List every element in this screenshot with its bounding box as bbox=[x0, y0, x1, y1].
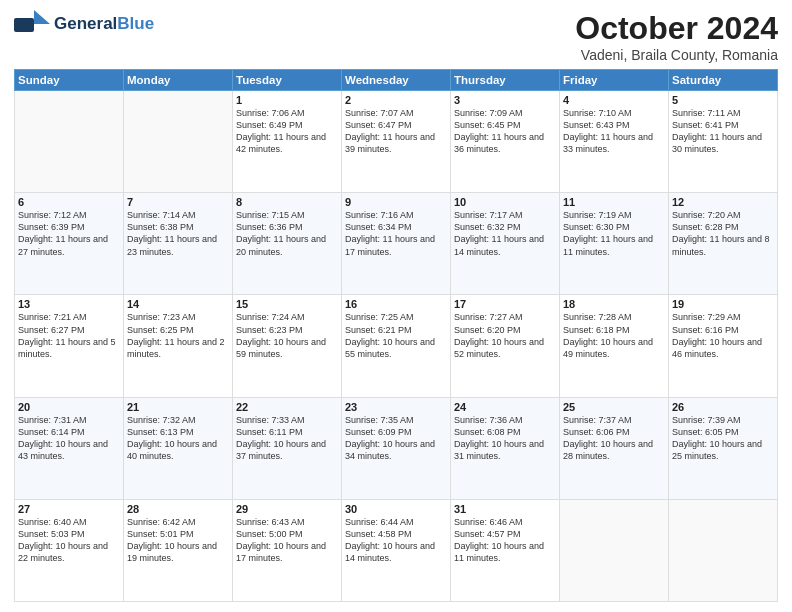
calendar-cell: 27Sunrise: 6:40 AMSunset: 5:03 PMDayligh… bbox=[15, 499, 124, 601]
day-number: 23 bbox=[345, 401, 447, 413]
logo: GeneralBlue bbox=[14, 10, 154, 38]
day-info: Sunrise: 7:12 AMSunset: 6:39 PMDaylight:… bbox=[18, 209, 120, 258]
day-info: Sunrise: 7:17 AMSunset: 6:32 PMDaylight:… bbox=[454, 209, 556, 258]
calendar-cell: 21Sunrise: 7:32 AMSunset: 6:13 PMDayligh… bbox=[124, 397, 233, 499]
day-info: Sunrise: 7:28 AMSunset: 6:18 PMDaylight:… bbox=[563, 311, 665, 360]
day-number: 4 bbox=[563, 94, 665, 106]
calendar-table: SundayMondayTuesdayWednesdayThursdayFrid… bbox=[14, 69, 778, 602]
day-info: Sunrise: 7:20 AMSunset: 6:28 PMDaylight:… bbox=[672, 209, 774, 258]
calendar-cell: 28Sunrise: 6:42 AMSunset: 5:01 PMDayligh… bbox=[124, 499, 233, 601]
day-number: 6 bbox=[18, 196, 120, 208]
calendar-week-3: 13Sunrise: 7:21 AMSunset: 6:27 PMDayligh… bbox=[15, 295, 778, 397]
day-info: Sunrise: 7:25 AMSunset: 6:21 PMDaylight:… bbox=[345, 311, 447, 360]
title-block: October 2024 Vadeni, Braila County, Roma… bbox=[575, 10, 778, 63]
day-info: Sunrise: 6:44 AMSunset: 4:58 PMDaylight:… bbox=[345, 516, 447, 565]
calendar-header-friday: Friday bbox=[560, 70, 669, 91]
calendar-cell bbox=[15, 91, 124, 193]
calendar-cell: 3Sunrise: 7:09 AMSunset: 6:45 PMDaylight… bbox=[451, 91, 560, 193]
calendar-cell: 30Sunrise: 6:44 AMSunset: 4:58 PMDayligh… bbox=[342, 499, 451, 601]
day-number: 18 bbox=[563, 298, 665, 310]
calendar-cell: 15Sunrise: 7:24 AMSunset: 6:23 PMDayligh… bbox=[233, 295, 342, 397]
calendar-cell: 6Sunrise: 7:12 AMSunset: 6:39 PMDaylight… bbox=[15, 193, 124, 295]
calendar-cell: 25Sunrise: 7:37 AMSunset: 6:06 PMDayligh… bbox=[560, 397, 669, 499]
calendar-cell: 4Sunrise: 7:10 AMSunset: 6:43 PMDaylight… bbox=[560, 91, 669, 193]
calendar-header-tuesday: Tuesday bbox=[233, 70, 342, 91]
calendar-cell: 17Sunrise: 7:27 AMSunset: 6:20 PMDayligh… bbox=[451, 295, 560, 397]
logo-graphic bbox=[14, 10, 50, 38]
day-number: 24 bbox=[454, 401, 556, 413]
day-info: Sunrise: 7:16 AMSunset: 6:34 PMDaylight:… bbox=[345, 209, 447, 258]
day-number: 1 bbox=[236, 94, 338, 106]
day-number: 20 bbox=[18, 401, 120, 413]
calendar-cell: 14Sunrise: 7:23 AMSunset: 6:25 PMDayligh… bbox=[124, 295, 233, 397]
calendar-cell: 31Sunrise: 6:46 AMSunset: 4:57 PMDayligh… bbox=[451, 499, 560, 601]
calendar-cell: 19Sunrise: 7:29 AMSunset: 6:16 PMDayligh… bbox=[669, 295, 778, 397]
day-number: 2 bbox=[345, 94, 447, 106]
day-info: Sunrise: 6:43 AMSunset: 5:00 PMDaylight:… bbox=[236, 516, 338, 565]
day-number: 17 bbox=[454, 298, 556, 310]
page-subtitle: Vadeni, Braila County, Romania bbox=[575, 47, 778, 63]
calendar-cell: 26Sunrise: 7:39 AMSunset: 6:05 PMDayligh… bbox=[669, 397, 778, 499]
day-number: 10 bbox=[454, 196, 556, 208]
calendar-cell: 20Sunrise: 7:31 AMSunset: 6:14 PMDayligh… bbox=[15, 397, 124, 499]
day-info: Sunrise: 7:06 AMSunset: 6:49 PMDaylight:… bbox=[236, 107, 338, 156]
day-info: Sunrise: 6:46 AMSunset: 4:57 PMDaylight:… bbox=[454, 516, 556, 565]
day-number: 16 bbox=[345, 298, 447, 310]
calendar-cell: 7Sunrise: 7:14 AMSunset: 6:38 PMDaylight… bbox=[124, 193, 233, 295]
day-info: Sunrise: 7:23 AMSunset: 6:25 PMDaylight:… bbox=[127, 311, 229, 360]
day-number: 29 bbox=[236, 503, 338, 515]
day-info: Sunrise: 6:42 AMSunset: 5:01 PMDaylight:… bbox=[127, 516, 229, 565]
calendar-cell bbox=[124, 91, 233, 193]
day-number: 12 bbox=[672, 196, 774, 208]
calendar-week-2: 6Sunrise: 7:12 AMSunset: 6:39 PMDaylight… bbox=[15, 193, 778, 295]
calendar-cell: 11Sunrise: 7:19 AMSunset: 6:30 PMDayligh… bbox=[560, 193, 669, 295]
day-info: Sunrise: 7:37 AMSunset: 6:06 PMDaylight:… bbox=[563, 414, 665, 463]
calendar-week-1: 1Sunrise: 7:06 AMSunset: 6:49 PMDaylight… bbox=[15, 91, 778, 193]
day-number: 28 bbox=[127, 503, 229, 515]
calendar-cell: 9Sunrise: 7:16 AMSunset: 6:34 PMDaylight… bbox=[342, 193, 451, 295]
svg-rect-0 bbox=[14, 18, 34, 32]
page-title: October 2024 bbox=[575, 10, 778, 47]
calendar-cell: 1Sunrise: 7:06 AMSunset: 6:49 PMDaylight… bbox=[233, 91, 342, 193]
day-info: Sunrise: 7:33 AMSunset: 6:11 PMDaylight:… bbox=[236, 414, 338, 463]
calendar-week-5: 27Sunrise: 6:40 AMSunset: 5:03 PMDayligh… bbox=[15, 499, 778, 601]
day-number: 8 bbox=[236, 196, 338, 208]
calendar-header-thursday: Thursday bbox=[451, 70, 560, 91]
day-info: Sunrise: 7:07 AMSunset: 6:47 PMDaylight:… bbox=[345, 107, 447, 156]
calendar-header-monday: Monday bbox=[124, 70, 233, 91]
day-info: Sunrise: 7:19 AMSunset: 6:30 PMDaylight:… bbox=[563, 209, 665, 258]
page: GeneralBlue October 2024 Vadeni, Braila … bbox=[0, 0, 792, 612]
day-number: 3 bbox=[454, 94, 556, 106]
day-info: Sunrise: 7:21 AMSunset: 6:27 PMDaylight:… bbox=[18, 311, 120, 360]
calendar-header-sunday: Sunday bbox=[15, 70, 124, 91]
calendar-cell: 12Sunrise: 7:20 AMSunset: 6:28 PMDayligh… bbox=[669, 193, 778, 295]
day-number: 7 bbox=[127, 196, 229, 208]
day-info: Sunrise: 7:35 AMSunset: 6:09 PMDaylight:… bbox=[345, 414, 447, 463]
day-info: Sunrise: 6:40 AMSunset: 5:03 PMDaylight:… bbox=[18, 516, 120, 565]
calendar-cell: 13Sunrise: 7:21 AMSunset: 6:27 PMDayligh… bbox=[15, 295, 124, 397]
day-number: 9 bbox=[345, 196, 447, 208]
day-info: Sunrise: 7:10 AMSunset: 6:43 PMDaylight:… bbox=[563, 107, 665, 156]
day-info: Sunrise: 7:09 AMSunset: 6:45 PMDaylight:… bbox=[454, 107, 556, 156]
svg-marker-1 bbox=[34, 10, 50, 24]
day-number: 22 bbox=[236, 401, 338, 413]
day-number: 11 bbox=[563, 196, 665, 208]
calendar-cell: 24Sunrise: 7:36 AMSunset: 6:08 PMDayligh… bbox=[451, 397, 560, 499]
calendar-cell: 18Sunrise: 7:28 AMSunset: 6:18 PMDayligh… bbox=[560, 295, 669, 397]
day-number: 31 bbox=[454, 503, 556, 515]
day-number: 15 bbox=[236, 298, 338, 310]
day-info: Sunrise: 7:31 AMSunset: 6:14 PMDaylight:… bbox=[18, 414, 120, 463]
calendar-cell bbox=[560, 499, 669, 601]
day-number: 19 bbox=[672, 298, 774, 310]
day-info: Sunrise: 7:36 AMSunset: 6:08 PMDaylight:… bbox=[454, 414, 556, 463]
calendar-cell: 16Sunrise: 7:25 AMSunset: 6:21 PMDayligh… bbox=[342, 295, 451, 397]
day-number: 13 bbox=[18, 298, 120, 310]
day-number: 27 bbox=[18, 503, 120, 515]
day-number: 5 bbox=[672, 94, 774, 106]
day-number: 14 bbox=[127, 298, 229, 310]
calendar-cell: 22Sunrise: 7:33 AMSunset: 6:11 PMDayligh… bbox=[233, 397, 342, 499]
calendar-cell: 5Sunrise: 7:11 AMSunset: 6:41 PMDaylight… bbox=[669, 91, 778, 193]
day-number: 30 bbox=[345, 503, 447, 515]
day-info: Sunrise: 7:14 AMSunset: 6:38 PMDaylight:… bbox=[127, 209, 229, 258]
calendar-header-wednesday: Wednesday bbox=[342, 70, 451, 91]
